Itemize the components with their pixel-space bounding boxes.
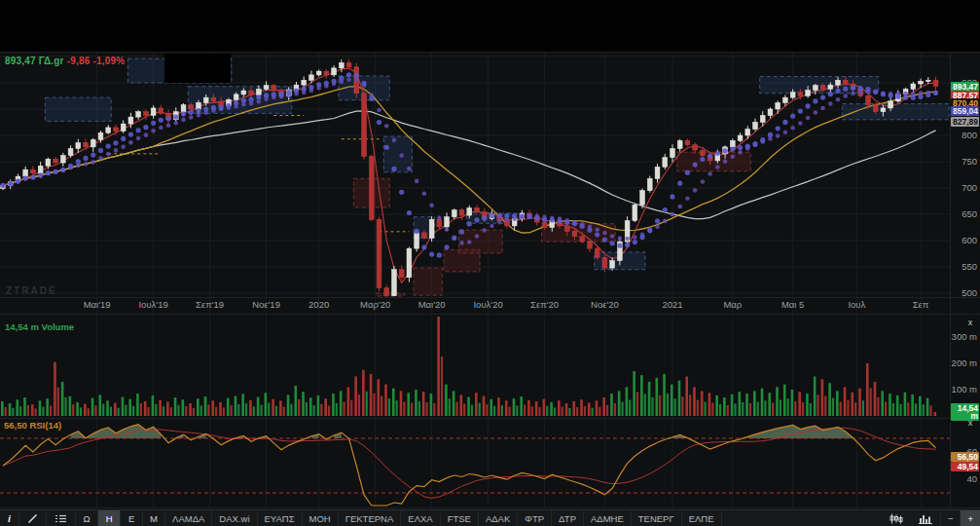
price-tick-label: 550 [962, 261, 977, 272]
date-tick-label: Μαι 5 [781, 299, 804, 310]
symbol-button-ΦΤΡ[interactable]: ΦΤΡ [518, 510, 552, 526]
symbol-button-ΜΟΗ[interactable]: ΜΟΗ [303, 510, 339, 526]
symbol-name: ΓΔ.gr [39, 56, 64, 66]
date-tick-label: Νοε'20 [591, 299, 619, 310]
price-tick-label: 650 [962, 208, 977, 219]
timeframe-button-M[interactable]: M [143, 510, 165, 526]
timeframe-group: ΩHEM [76, 510, 165, 526]
price-tick-label: 500 [962, 287, 977, 298]
price-change: -9,86 [67, 56, 91, 66]
ma-long-line [3, 111, 936, 219]
rsi-pane-close-icon[interactable]: x [963, 419, 977, 429]
zone-boxes [45, 58, 949, 296]
rsi-tick-label: 40 [966, 473, 977, 484]
symbol-button-ΔΤΡ[interactable]: ΔΤΡ [552, 510, 584, 526]
watermark: ZTRADE [6, 285, 57, 296]
symbol-button-ΕΥΑΠΣ[interactable]: ΕΥΑΠΣ [258, 510, 303, 526]
toolbar-spacer [722, 510, 882, 526]
volume-tick-label: 100 m [952, 384, 977, 394]
volume-tick-label: 200 m [952, 357, 977, 368]
info-icon: i [8, 512, 11, 524]
volume-pane-close-icon[interactable]: x [963, 319, 977, 328]
candle-chart-icon [889, 513, 903, 524]
price-tick-label: 600 [962, 235, 977, 245]
ma-slow-badge: 859,04 [951, 106, 979, 116]
symbol-button-ΓΕΚΤΕΡΝΑ[interactable]: ΓΕΚΤΕΡΝΑ [339, 510, 402, 526]
quote-line: 893,47 ΓΔ.gr -9,86 -1,09% [5, 56, 125, 66]
symbol-button-ΑΔΜΗΕ[interactable]: ΑΔΜΗΕ [584, 510, 632, 526]
last-price: 893,47 [5, 56, 36, 66]
date-tick-label: Μαι'20 [418, 299, 446, 310]
volume-tick-label: 300 m [952, 331, 977, 342]
zoom-in-button[interactable]: + [961, 510, 980, 526]
volume-series [1, 317, 936, 416]
info-button[interactable]: i [0, 510, 19, 526]
date-tick-label: Σεπ [913, 299, 929, 310]
rsi-value-badge: 56,50 [951, 452, 979, 462]
rsi-signal-badge: 49,54 [951, 462, 979, 471]
date-tick-label: Ιουλ'20 [473, 299, 502, 310]
price-change-pct: -1,09% [92, 56, 125, 66]
symbol-button-ΛΑΜΔΑ[interactable]: ΛΑΜΔΑ [165, 510, 212, 526]
date-tick-label: 2021 [662, 299, 682, 310]
symbol-button-DAX.wi[interactable]: DAX.wi [212, 510, 257, 526]
price-tick-label: 700 [962, 182, 977, 193]
symbol-button-ΕΛΧΑ[interactable]: ΕΛΧΑ [401, 510, 440, 526]
date-tick-label: Ιουλ'19 [138, 299, 167, 310]
top-black-band [0, 0, 980, 52]
zoom-out-button[interactable]: − [941, 510, 962, 526]
symbol-button-ΑΔΑΚ[interactable]: ΑΔΑΚ [479, 510, 518, 526]
rsi-label: RSI(14) [29, 420, 61, 431]
symbol-button-ΕΛΠΕ[interactable]: ΕΛΠΕ [682, 510, 722, 526]
timeframe-button-Ω[interactable]: Ω [76, 510, 98, 526]
pencil-icon [27, 513, 38, 524]
date-tick-label: Μαρ [723, 299, 742, 310]
draw-tool-button[interactable] [19, 510, 47, 526]
timeframe-button-H[interactable]: H [98, 510, 121, 526]
price-tick-label: 750 [962, 156, 977, 167]
rsi-signal-line [3, 428, 936, 498]
date-tick-label: 2020 [309, 299, 329, 310]
bar-chart-icon [919, 513, 932, 524]
chart-canvas[interactable]: Μαι'19Ιουλ'19Σεπ'19Νοε'192020Μαρ'20Μαι'2… [0, 0, 980, 526]
rsi-pane-title: 56,50 RSI(14) [4, 420, 61, 431]
date-tick-label: Νοε'19 [252, 299, 280, 310]
rsi-current: 56,50 [4, 420, 27, 431]
date-tick-label: Σεπ'20 [530, 299, 559, 310]
chart-style-button[interactable] [882, 510, 911, 526]
date-tick-label: Ιουλ [848, 299, 865, 310]
date-tick-label: Σεπ'19 [196, 299, 224, 310]
symbol-button-ΤΕΝΕΡΓ[interactable]: ΤΕΝΕΡΓ [632, 510, 682, 526]
symbol-list: ΛΑΜΔΑDAX.wiΕΥΑΠΣΜΟΗΓΕΚΤΕΡΝΑΕΛΧΑFTSEΑΔΑΚΦ… [165, 510, 722, 526]
bottom-toolbar: i ΩHEM ΛΑΜΔΑDAX.wiΕΥΑΠΣΜΟΗΓΕΚΤΕΡΝΑΕΛΧΑFT… [0, 509, 980, 526]
date-tick-label: Μαρ'20 [360, 299, 390, 310]
price-tick-label: 800 [962, 130, 977, 140]
volume-current: 14,54 m [5, 321, 39, 332]
date-axis: Μαι'19Ιουλ'19Σεπ'19Νοε'192020Μαρ'20Μαι'2… [84, 299, 929, 310]
volume-axis: 300 m200 m100 m [952, 331, 977, 394]
watchlist-button[interactable] [47, 510, 76, 526]
trading-chart-app: Μαι'19Ιουλ'19Σεπ'19Νοε'192020Μαρ'20Μαι'2… [0, 0, 980, 526]
blackout-box [164, 54, 231, 83]
date-tick-label: Μαι'19 [84, 299, 111, 310]
list-icon [54, 513, 67, 524]
timeframe-button-E[interactable]: E [121, 510, 143, 526]
histogram-button[interactable] [911, 510, 941, 526]
rsi-overbought-fill [71, 425, 853, 438]
rsi-levels [0, 438, 950, 493]
symbol-button-FTSE[interactable]: FTSE [441, 510, 479, 526]
volume-label: Volume [42, 321, 75, 332]
ma-long-badge: 827,89 [951, 117, 979, 127]
volume-pane-title: 14,54 m Volume [5, 321, 74, 332]
